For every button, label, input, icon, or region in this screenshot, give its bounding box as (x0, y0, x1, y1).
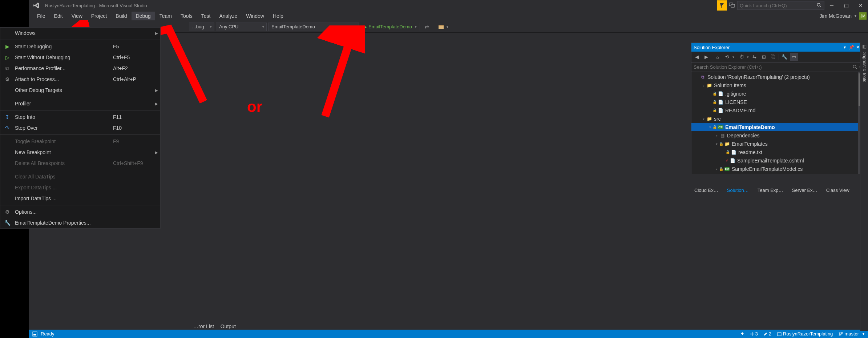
chevron-down-icon[interactable]: ▾ (447, 25, 448, 29)
close-button[interactable]: ✕ (853, 0, 868, 11)
menu-build[interactable]: Build (111, 12, 131, 20)
repo-name[interactable]: RoslynRazorTemplating (774, 331, 836, 337)
panel-tab[interactable]: Server Ex… (788, 186, 822, 196)
menu-team[interactable]: Team (155, 12, 176, 20)
tree-node[interactable]: ✔📄SampleEmailTemplate.cshtml (691, 156, 863, 165)
diagnostic-tools-tab[interactable]: Diagnostic Tools (862, 49, 867, 84)
lock-icon: 🔒 (726, 150, 730, 154)
menu-item-other-debug-targets[interactable]: Other Debug Targets▶ (0, 85, 160, 96)
menu-analyze[interactable]: Analyze (215, 12, 242, 20)
start-debugging-button[interactable]: ▶ EmailTemplateDemo ▾ (360, 24, 417, 29)
panel-titlebar[interactable]: Solution Explorer ▾ 📌 ✕ (691, 43, 863, 52)
menu-item-windows[interactable]: Windows▶ (0, 28, 160, 39)
branch-name[interactable]: master ▼ (836, 331, 868, 337)
expander-icon[interactable]: ▿ (707, 125, 712, 129)
expander-icon[interactable]: ▹ (714, 167, 719, 171)
tree-node[interactable]: ▹▦Dependencies (691, 131, 863, 140)
notification-flag-icon[interactable] (717, 0, 727, 11)
tab-error-list[interactable]: …ror List (193, 323, 214, 329)
tree-node[interactable]: ▿🔒📁EmailTemplates (691, 140, 863, 148)
pending-changes-filter-icon[interactable]: ⏱ (738, 53, 746, 61)
svg-point-9 (839, 332, 840, 334)
tree-node[interactable]: ▿📁src (691, 114, 863, 123)
menu-test[interactable]: Test (197, 12, 215, 20)
menu-item-shortcut: Alt+F2 (113, 65, 153, 71)
panel-menu-icon[interactable]: ▾ (841, 45, 848, 50)
show-all-files-icon[interactable]: ⿻ (769, 53, 777, 61)
menu-item-new-breakpoint[interactable]: New Breakpoint▶ (0, 147, 160, 158)
menu-item-start-without-debugging[interactable]: ▷Start Without DebuggingCtrl+F5 (0, 52, 160, 63)
tree-node[interactable]: ⧉Solution 'RoslynRazorTemplating' (2 pro… (691, 73, 863, 81)
back-icon[interactable]: ◀ (693, 53, 701, 61)
menu-item-start-debugging[interactable]: ▶Start DebuggingF5 (0, 41, 160, 52)
forward-icon[interactable]: ▶ (702, 53, 710, 61)
quick-launch-input[interactable] (737, 1, 824, 10)
status-text: Ready (41, 331, 54, 337)
menu-item-options[interactable]: ⚙Options... (0, 206, 160, 217)
sync-with-active-icon[interactable]: ⇆ (750, 53, 758, 61)
menu-window[interactable]: Window (242, 12, 269, 20)
diagnostic-tools-icon[interactable]: ◧ (862, 44, 867, 49)
minimize-button[interactable]: ─ (824, 0, 839, 11)
menu-item-attach-to-process[interactable]: ⚙Attach to Process...Ctrl+Alt+P (0, 74, 160, 85)
tree-node-label: Dependencies (727, 133, 760, 138)
chevron-down-icon[interactable]: ▼ (854, 14, 859, 18)
tree-node[interactable]: 🔒📄.gitignore (691, 89, 863, 98)
tree-node[interactable]: 🔒📄LICENSE (691, 98, 863, 106)
menu-file[interactable]: File (33, 12, 50, 20)
menu-view[interactable]: View (67, 12, 87, 20)
publish-button[interactable] (737, 332, 747, 336)
panel-tab[interactable]: Cloud Ex… (690, 186, 723, 196)
tree-node-label: Solution Items (714, 83, 746, 88)
solution-platform-combo[interactable]: Any CPU (216, 23, 267, 31)
lock-icon: 🔒 (712, 125, 717, 129)
expander-icon[interactable]: ▹ (714, 134, 719, 137)
tree-node[interactable]: ▿🔒C#EmailTemplateDemo (691, 123, 863, 131)
menu-project[interactable]: Project (87, 12, 112, 20)
panel-tab[interactable]: Class View (822, 186, 854, 196)
panel-search[interactable]: ▾ (691, 63, 863, 72)
pending-adds[interactable]: 3 (747, 331, 761, 337)
menu-item-emailtemplatedemo-properties[interactable]: 🔧EmailTemplateDemo Properties... (0, 217, 160, 228)
menu-item-step-over[interactable]: ↷Step OverF10 (0, 122, 160, 133)
expander-icon[interactable]: ▿ (701, 117, 706, 121)
menu-item-performance-profiler[interactable]: ⧉Performance Profiler...Alt+F2 (0, 63, 160, 74)
tree-node[interactable]: ▹🔒C#SampleEmailTemplateModel.cs (691, 165, 863, 173)
chevron-down-icon[interactable]: ▾ (413, 25, 417, 29)
tree-node[interactable]: 🔒📄README.md (691, 106, 863, 114)
feedback-icon[interactable] (727, 0, 737, 11)
tree-node-label: EmailTemplates (732, 141, 768, 147)
pin-icon[interactable]: 📌 (848, 45, 855, 50)
submenu-arrow-icon: ▶ (153, 102, 160, 106)
expander-icon[interactable]: ▿ (701, 84, 706, 87)
menu-item-profiler[interactable]: Profiler▶ (0, 98, 160, 109)
maximize-button[interactable]: ▢ (839, 0, 853, 11)
tab-output[interactable]: Output (221, 323, 236, 329)
home-icon[interactable]: ⌂ (714, 53, 722, 61)
tree-node[interactable]: ▿📁Solution Items (691, 81, 863, 89)
properties-icon[interactable]: 🔧 (780, 53, 788, 61)
toolbox-icon[interactable] (437, 23, 445, 31)
menu-edit[interactable]: Edit (50, 12, 67, 20)
expander-icon[interactable]: ▿ (714, 142, 719, 146)
user-name[interactable]: Jim McGowan (819, 13, 854, 19)
separator (420, 23, 420, 31)
sync-icon[interactable]: ⟲ (723, 53, 731, 61)
panel-tab[interactable]: Solution… (723, 186, 753, 196)
menu-tools[interactable]: Tools (176, 12, 197, 20)
menu-item-step-into[interactable]: ↧Step IntoF11 (0, 112, 160, 122)
preview-icon[interactable]: ▭ (790, 53, 798, 61)
menu-debug[interactable]: Debug (132, 12, 155, 20)
browser-link-icon[interactable]: ⇄ (423, 23, 431, 31)
solution-tree[interactable]: ⧉Solution 'RoslynRazorTemplating' (2 pro… (691, 72, 863, 174)
panel-tab[interactable]: Team Exp… (753, 186, 788, 196)
menu-help[interactable]: Help (269, 12, 288, 20)
menu-item-import-datatips[interactable]: Import DataTips ... (0, 193, 160, 204)
menu-item-label: Other Debug Targets (14, 87, 113, 93)
refresh-icon[interactable]: ⊞ (760, 53, 768, 61)
panel-title: Solution Explorer (694, 45, 730, 50)
tree-node[interactable]: 🔒📄readme.txt (691, 148, 863, 156)
svg-rect-5 (439, 25, 444, 26)
user-avatar[interactable]: JM (859, 12, 867, 20)
pending-edits[interactable]: 2 (761, 331, 774, 337)
